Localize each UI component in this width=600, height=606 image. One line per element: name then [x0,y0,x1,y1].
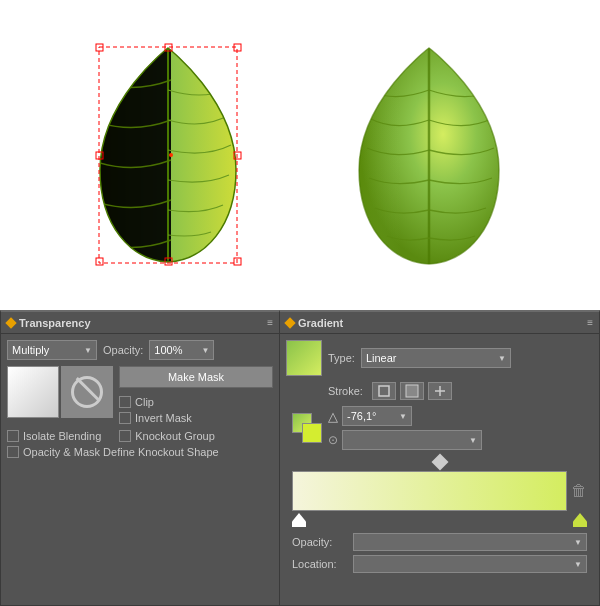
location-field-select[interactable]: ▼ [353,555,587,573]
gradient-angle-row: △ -76,1° ▼ ⊙ ▼ [286,406,593,450]
gradient-preview-col [286,340,322,376]
clip-checkbox[interactable] [119,396,131,408]
gradient-type-select[interactable]: Linear ▼ [361,348,511,368]
make-mask-button[interactable]: Make Mask [119,366,273,388]
color-back-square [302,423,322,443]
stroke-btn-1[interactable] [372,382,396,400]
mask-row: Make Mask Clip Invert Mask [7,366,273,424]
bottom-stops-row [292,513,587,527]
gradient-panel: Gradient ≡ Type: Linear ▼ Stroke: [280,310,600,606]
gradient-panel-diamond-icon [284,317,295,328]
invert-mask-checkbox-row: Invert Mask [119,412,273,424]
mask-thumb-none [62,367,112,417]
left-leaf-container [91,40,246,270]
color-swap-icon[interactable] [292,413,322,443]
thumb-area [7,366,113,418]
transparency-panel: Transparency ≡ Multiply ▼ Opacity: 100% … [0,310,280,606]
gradient-panel-title: Gradient [298,317,343,329]
gradient-panel-header: Gradient ≡ [280,312,599,334]
layer-thumb-gradient [8,367,58,417]
transparency-panel-header: Transparency ≡ [1,312,279,334]
no-mask-icon [71,376,103,408]
svg-rect-12 [406,385,418,397]
angle-field[interactable]: -76,1° ▼ [342,406,412,426]
aspect-select[interactable]: ▼ [342,430,482,450]
stroke-label: Stroke: [328,385,368,397]
gradient-title-row: Gradient [286,317,343,329]
blend-opacity-row: Multiply ▼ Opacity: 100% ▼ [7,340,273,360]
mask-controls: Make Mask Clip Invert Mask [119,366,273,424]
gradient-stop-right[interactable] [573,513,587,527]
gradient-panel-menu-icon[interactable]: ≡ [587,317,593,328]
type-label: Type: [328,352,355,364]
opacity-label: Opacity: [103,344,143,356]
transparency-panel-title: Transparency [19,317,91,329]
panels-row: Transparency ≡ Multiply ▼ Opacity: 100% … [0,310,600,606]
isolate-blending-label: Isolate Blending [23,430,101,442]
opacity-field-arrow: ▼ [574,538,582,547]
delete-stop-col: 🗑 [571,471,587,511]
blend-mode-arrow: ▼ [84,346,92,355]
gradient-midpoint-stop[interactable] [431,454,448,471]
opacity-mask-row: Opacity & Mask Define Knockout Shape [7,446,273,458]
opacity-mask-checkbox[interactable] [7,446,19,458]
location-field-label: Location: [292,558,347,570]
clip-label: Clip [135,396,154,408]
opacity-arrow: ▼ [201,346,209,355]
angle-row: △ -76,1° ▼ [328,406,587,426]
gradient-opacity-row: Opacity: ▼ [286,533,593,551]
top-stop-row [292,456,587,468]
transparency-panel-menu-icon[interactable]: ≡ [267,317,273,328]
aspect-row: ⊙ ▼ [328,430,587,450]
svg-point-10 [169,153,173,157]
mask-thumbnail[interactable] [61,366,113,418]
type-arrow: ▼ [498,354,506,363]
angle-col: △ -76,1° ▼ ⊙ ▼ [328,406,587,450]
gradient-type-row: Type: Linear ▼ [286,340,593,376]
angle-triangle-icon: △ [328,409,338,424]
knockout-group-checkbox[interactable] [119,430,131,442]
right-leaf-svg [349,40,509,270]
stroke-btn-2[interactable] [400,382,424,400]
bottom-checkboxes: Isolate Blending Knockout Group Opacity … [7,430,273,458]
angle-arrow: ▼ [399,412,407,421]
stroke-btn-3[interactable] [428,382,452,400]
aspect-icon: ⊙ [328,433,338,447]
gradient-color-preview[interactable] [286,340,322,376]
gradient-panel-body: Type: Linear ▼ Stroke: [280,334,599,605]
invert-mask-checkbox[interactable] [119,412,131,424]
right-leaf-container [349,40,509,270]
gradient-stop-left[interactable] [292,513,306,527]
opacity-select[interactable]: 100% ▼ [149,340,214,360]
svg-rect-11 [379,386,389,396]
left-leaf-svg [91,40,246,270]
gradient-stroke-row: Stroke: [328,382,593,400]
isolate-blending-checkbox[interactable] [7,430,19,442]
opacity-field-label: Opacity: [292,536,347,548]
gradient-location-row: Location: ▼ [286,555,593,573]
opacity-field-select[interactable]: ▼ [353,533,587,551]
delete-stop-button[interactable]: 🗑 [571,482,587,500]
canvas-area [0,0,600,310]
layer-thumbnail[interactable] [7,366,59,418]
blend-mode-select[interactable]: Multiply ▼ [7,340,97,360]
mask-checkboxes: Clip Invert Mask [119,396,273,424]
gradient-bar-row: 🗑 [292,471,587,511]
aspect-arrow: ▼ [469,436,477,445]
isolate-blending-row: Isolate Blending Knockout Group [7,430,273,442]
knockout-group-label: Knockout Group [135,430,215,442]
transparency-panel-body: Multiply ▼ Opacity: 100% ▼ [1,334,279,605]
panel-diamond-icon [5,317,16,328]
transparency-title-row: Transparency [7,317,91,329]
color-icons-col [292,413,322,443]
gradient-bar[interactable] [292,471,567,511]
location-field-arrow: ▼ [574,560,582,569]
opacity-mask-label: Opacity & Mask Define Knockout Shape [23,446,219,458]
invert-mask-label: Invert Mask [135,412,192,424]
clip-checkbox-row: Clip [119,396,273,408]
gradient-bar-area: 🗑 [292,456,587,527]
